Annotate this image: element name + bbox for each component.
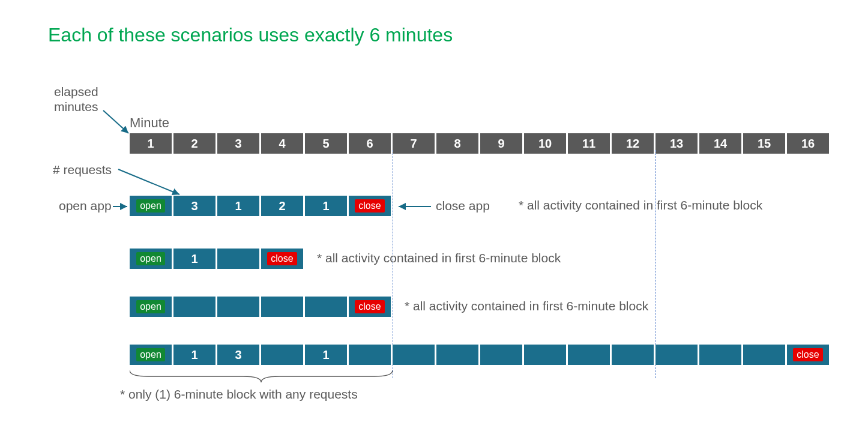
minute-header-cell: 4: [261, 133, 303, 154]
open-badge: open: [136, 348, 165, 361]
scenario-cell: open: [130, 297, 172, 317]
open-badge: open: [136, 199, 165, 212]
scenario-cell: 2: [261, 196, 303, 216]
minute-header-cell: 9: [480, 133, 522, 154]
arrow-close-app-icon: [396, 204, 432, 209]
minute-header-cell: 12: [612, 133, 654, 154]
label-close-app: close app: [436, 198, 490, 213]
scenario-cell: 1: [173, 249, 215, 269]
scenario-cell: 1: [217, 196, 259, 216]
minute-header-cell: 7: [393, 133, 435, 154]
label-minute: Minute: [130, 115, 169, 131]
label-requests: # requests: [53, 162, 112, 177]
scenario-cell: [524, 345, 566, 365]
minute-header-cell: 1: [130, 133, 172, 154]
arrow-requests-icon: [117, 168, 183, 198]
scenario-cell: 1: [305, 196, 347, 216]
scenario-row: open3121close: [130, 196, 391, 216]
minute-header-cell: 11: [568, 133, 610, 154]
scenario-note-2: * all activity contained in first 6-minu…: [405, 299, 648, 313]
scenario-cell: [349, 345, 391, 365]
arrow-open-app-icon: [113, 204, 131, 209]
scenario-cell: 3: [217, 345, 259, 365]
minute-header-cell: 13: [656, 133, 698, 154]
scenario-cell: [480, 345, 522, 365]
minute-header-cell: 10: [524, 133, 566, 154]
minute-header-cell: 5: [305, 133, 347, 154]
scenario-cell: close: [349, 297, 391, 317]
scenario-cell: [393, 345, 435, 365]
label-open-app: open app: [59, 198, 112, 213]
scenario-cell: [305, 297, 347, 317]
scenario-cell: [261, 345, 303, 365]
close-badge: close: [793, 348, 822, 361]
label-elapsed-minutes: elapsed minutes: [54, 84, 98, 114]
scenario-cell: close: [261, 249, 303, 269]
scenario-cell: 1: [173, 345, 215, 365]
close-badge: close: [267, 252, 297, 265]
minute-header-cell: 6: [349, 133, 391, 154]
svg-line-0: [103, 110, 128, 133]
scenario-row: open1close: [130, 249, 303, 269]
scenario-cell: [656, 345, 698, 365]
scenario-cell: [436, 345, 478, 365]
scenario-cell: 3: [173, 196, 215, 216]
arrow-elapsed-icon: [102, 109, 132, 136]
minute-header-row: 12345678910111213141516: [130, 133, 829, 154]
scenario-cell: [568, 345, 610, 365]
scenario-row: openclose: [130, 297, 391, 317]
minute-header-cell: 3: [217, 133, 259, 154]
scenario-cell: [217, 297, 259, 317]
scenario-cell: [173, 297, 215, 317]
minute-header-cell: 2: [173, 133, 215, 154]
minute-header-cell: 16: [787, 133, 829, 154]
scenario-row: open131close: [130, 345, 829, 365]
scenario-cell: open: [130, 249, 172, 269]
divider-12min: [656, 150, 656, 378]
minute-header-cell: 15: [743, 133, 785, 154]
close-badge: close: [355, 300, 384, 313]
scenario-cell: [699, 345, 741, 365]
scenario-cell: open: [130, 196, 172, 216]
scenario-cell: close: [349, 196, 391, 216]
brace-icon: [130, 369, 393, 384]
diagram-title: Each of these scenarios uses exactly 6 m…: [48, 24, 453, 46]
minute-header-cell: 8: [436, 133, 478, 154]
scenario-cell: open: [130, 345, 172, 365]
scenario-cell: [261, 297, 303, 317]
scenario-cell: 1: [305, 345, 347, 365]
scenario-cell: [217, 249, 259, 269]
minute-header-cell: 14: [699, 133, 741, 154]
scenario-note-1: * all activity contained in first 6-minu…: [317, 251, 561, 265]
open-badge: open: [136, 300, 165, 313]
scenario-cell: close: [787, 345, 829, 365]
scenario-note-0: * all activity contained in first 6-minu…: [519, 198, 762, 212]
bottom-note: * only (1) 6-minute block with any reque…: [120, 387, 358, 402]
scenario-cell: [612, 345, 654, 365]
open-badge: open: [136, 252, 165, 265]
scenario-cell: [743, 345, 785, 365]
close-badge: close: [355, 199, 384, 212]
svg-line-1: [118, 169, 179, 194]
